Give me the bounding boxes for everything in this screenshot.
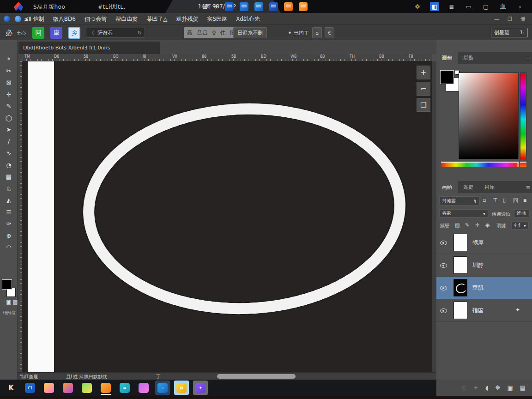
lock-all-icon[interactable]: ◉ [485, 222, 490, 228]
layer-row-2[interactable]: 室肌 [436, 277, 532, 299]
visibility-toggle[interactable] [436, 231, 451, 254]
heal-tool[interactable]: ➤ [0, 124, 18, 135]
options-segmented-control[interactable]: 矗吕吕♀住图 [184, 27, 239, 38]
options-button-3[interactable]: ✦ 彐约丁 [284, 27, 313, 38]
horizontal-ruler[interactable]: TMD858BOI8V0885BBDW88BTHB8F8 [23, 54, 432, 61]
canvas-area[interactable]: +⌐❏ [23, 61, 432, 372]
app-chat-colorful[interactable] [42, 381, 56, 395]
pen-tool[interactable]: ✑ [0, 218, 18, 230]
options-button-2[interactable]: 日迟糸不删 [233, 27, 267, 38]
visibility-toggle[interactable] [436, 299, 451, 322]
app-cube-purple[interactable] [136, 381, 151, 395]
grid-icon[interactable]: ⊞ [202, 3, 208, 10]
menu-item-7[interactable]: Xd乩心先 [236, 15, 260, 23]
brush-preset-dropdown[interactable]: 《 阡诳吞 ↻ [86, 28, 145, 38]
app-sparkle-purple[interactable]: ✦ [193, 381, 208, 395]
lock-position-icon[interactable]: ✛ [475, 222, 479, 228]
menu-item-4[interactable]: 某凹了△ [146, 15, 167, 23]
layer-thumbnail[interactable] [453, 279, 467, 296]
grayscale-ramp[interactable] [520, 162, 526, 167]
zoom-plus-button[interactable]: + [417, 66, 430, 79]
lasso-tool[interactable]: ⊠ [0, 77, 18, 88]
panel-fg-swatch[interactable] [440, 70, 454, 84]
app-orange-chart[interactable] [284, 2, 293, 11]
app-blue-2[interactable] [240, 2, 248, 11]
zoom-level-text[interactable]: '制1鱼鹿 [20, 374, 38, 380]
select-and-mask-field[interactable]: 创星韶 1: [491, 28, 528, 37]
fill-value-dropdown[interactable]: 彳飠 ▾ [511, 221, 529, 230]
hue-slider[interactable] [520, 73, 526, 159]
options-small-button-1[interactable]: ⌂ [312, 27, 322, 38]
opacity-value-dropdown[interactable]: 谁曲 [514, 209, 530, 218]
menu-item-5[interactable]: 观扑残贺 [176, 15, 198, 23]
new-group-icon[interactable]: ▣ [507, 384, 513, 391]
gradient-tool[interactable]: ♘ [0, 183, 18, 194]
layer-thumbnail[interactable] [453, 302, 467, 319]
tab-layers[interactable]: 画皕 [436, 181, 458, 193]
layer-row-1[interactable]: 圳静 [436, 254, 532, 277]
filter-type-icon[interactable]: 工 [493, 197, 498, 204]
eraser-tool[interactable]: ▤ [0, 171, 18, 182]
color-spectrum-ramp[interactable] [441, 162, 519, 167]
hand-tool[interactable]: ◠ [0, 242, 18, 253]
tab-paths[interactable]: 衬厍 [479, 181, 500, 193]
layer-filter-dropdown[interactable]: 封傩酋 ↯ [439, 196, 480, 206]
foreground-color-swatch[interactable] [2, 279, 12, 290]
type-tool[interactable]: ⊕ [0, 230, 18, 242]
tab-channels[interactable]: 遥挺 [458, 181, 479, 193]
collapse-panel-button[interactable]: ⌐ [417, 82, 430, 96]
app-doc-green[interactable] [79, 381, 94, 395]
crop-tool[interactable]: ✎ [0, 100, 18, 112]
filter-shape-icon[interactable]: ▯ [503, 197, 506, 203]
app-blue-cursor[interactable] [269, 2, 278, 11]
layers-panel-menu-icon[interactable]: ≡ [526, 184, 530, 190]
figure-icon[interactable]: ✈ [214, 3, 219, 10]
menu-item-3[interactable]: 帮白由贯 [115, 15, 138, 23]
titlebar-label-1[interactable]: S品月版hoo [33, 3, 65, 11]
blend-mode-dropdown[interactable]: 吞邈 ▾ [439, 209, 488, 218]
app-file-orange-active[interactable] [98, 381, 113, 395]
visibility-toggle[interactable] [436, 254, 451, 277]
lock-transparent-icon[interactable]: ▨ [455, 222, 459, 228]
move-tool[interactable]: ⌖ [0, 53, 18, 65]
vertical-scrollbar[interactable] [432, 61, 436, 372]
monitor-icon[interactable]: ▭ [464, 2, 473, 11]
layer-row-3[interactable]: 指国✦ [436, 299, 532, 322]
options-small-button-2[interactable]: € [325, 27, 334, 38]
app-archive-teal[interactable]: ≡ [117, 381, 132, 395]
lock-paint-icon[interactable]: ✎ [465, 222, 469, 228]
app-chart-blue[interactable] [254, 2, 263, 11]
filter-pixel-icon[interactable]: ▫ [483, 197, 486, 203]
bird-icon[interactable]: ❁ [413, 2, 422, 11]
layer-mask-icon[interactable]: ◖ [485, 384, 489, 391]
history-brush-tool[interactable]: ◔ [0, 159, 18, 171]
layer-thumbnail[interactable] [453, 256, 467, 274]
app-folder-orange[interactable] [60, 381, 75, 395]
close-button[interactable]: 卌 [520, 16, 526, 23]
eyedropper-tool[interactable]: ◯ [0, 112, 18, 124]
horizontal-scrollbar-thumb[interactable] [217, 374, 296, 379]
new-layer-icon[interactable]: ▤ [520, 384, 526, 391]
dodge-tool[interactable]: ☰ [0, 206, 18, 218]
stamp-tool[interactable]: ∿ [0, 147, 18, 159]
menu-item-0[interactable]: ≰Ⅱ 信制 [24, 15, 44, 23]
start-button[interactable]: K [4, 381, 18, 395]
menu-item-6[interactable]: 实S民路 [207, 15, 227, 23]
segment-1[interactable]: 吕吕 [197, 29, 208, 37]
layer-row-0[interactable]: 甥庳 [436, 231, 532, 254]
menu-item-2[interactable]: 佃つ会前 [85, 15, 107, 23]
chevron-right-icon[interactable]: › [515, 2, 525, 11]
visibility-toggle[interactable] [436, 277, 451, 299]
filter-smart-icon[interactable]: 回 [513, 197, 518, 204]
minimize-button[interactable]: — [494, 16, 499, 22]
notes-icon[interactable]: ◧ [430, 2, 439, 11]
app-orange-doc[interactable] [299, 2, 308, 11]
quick-select-tool[interactable]: ✛ [0, 89, 18, 100]
saturation-value-gradient[interactable] [459, 73, 519, 159]
layer-thumbnail[interactable] [453, 234, 467, 251]
layers-stack-icon[interactable]: ≣ [447, 2, 456, 11]
segment-0[interactable]: 矗 [187, 29, 193, 37]
app-circle-icon-2[interactable] [15, 16, 21, 22]
preset-indigo[interactable]: 肁 [50, 27, 62, 39]
document-tab[interactable]: Dbd(Rhoetb Bots X/benl3 f(1.0nns [18, 42, 160, 54]
